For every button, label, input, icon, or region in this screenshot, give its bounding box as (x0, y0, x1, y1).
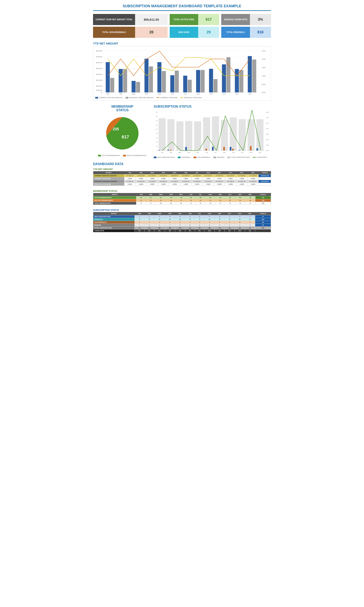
legend-py-net-color (126, 97, 129, 99)
cell: 74 (215, 227, 224, 229)
th-month: MONTH (93, 212, 135, 215)
legend-cy-net-label: CURRENT YEAR NET AMOUNT (99, 97, 123, 99)
legend-pending-label: PENDING (217, 156, 224, 158)
svg-rect-70 (221, 120, 228, 151)
cell: 70 (225, 202, 235, 205)
cell: 20 (215, 199, 225, 202)
th-feb: FEB (144, 212, 154, 215)
svg-text:1.50%: 1.50% (262, 67, 266, 68)
svg-text:50: 50 (156, 129, 157, 130)
cell: $ 2,500.00 (124, 180, 135, 183)
ytd-chart-legend: CURRENT YEAR NET AMOUNT PREVIOUS YEAR NE… (95, 97, 269, 99)
th-nov: NOV (236, 171, 247, 174)
th-totals: TOTALS (255, 193, 271, 196)
svg-text:0.50%: 0.50% (262, 84, 266, 85)
svg-text:2.50%: 2.50% (262, 50, 266, 52)
th-nov: NOV (235, 193, 245, 196)
th-jul: JUL (196, 193, 205, 196)
bar-aug-py (201, 70, 205, 92)
cell: 1.50% (203, 177, 214, 180)
cell: $ 2,567.00 (214, 180, 225, 183)
bar-jun-py (175, 71, 179, 92)
cell: 56 (186, 196, 196, 199)
svg-text:1.0%: 1.0% (266, 128, 269, 129)
bar-feb-cy (119, 69, 123, 92)
th-aug: AUG (203, 171, 214, 174)
kpi-new-subs: NEW SUBS 29 (170, 27, 220, 38)
cell: 0 (135, 221, 144, 224)
cell: 70 (224, 218, 234, 221)
cell: 2.00% (135, 177, 147, 180)
legend-non-renewals-label: NON-RENEWALS (197, 156, 210, 158)
legend-new-subs-color (154, 157, 156, 158)
svg-text:40: 40 (156, 133, 157, 134)
cell: $ 3,300.00 (180, 174, 191, 177)
cell: $ 4,321.00 (236, 180, 247, 183)
kpi-total-active: TOTAL ACTIVE SUBS 617 (170, 14, 220, 25)
subscription-table-title: SUBSCRIPTION STATUS (93, 209, 271, 211)
cell: 58 (205, 196, 215, 199)
th-apr: APR (165, 212, 175, 215)
svg-text:0.6%: 0.6% (266, 139, 269, 140)
cell: 0 (175, 215, 185, 218)
cell: 0 (195, 221, 205, 224)
kpi-current-year: CURRENT YEAR NET AMOUNT TOTAL $56,611.00 (93, 14, 168, 25)
cell: 72 (136, 202, 146, 205)
svg-rect-78 (185, 147, 187, 151)
cell: $ 7,000.00 (247, 174, 259, 177)
th-oct: OCT (225, 171, 236, 174)
cell: 0 (144, 224, 154, 227)
cell: 70 (235, 202, 245, 205)
svg-rect-95 (232, 149, 234, 151)
table-row: PREVIOUS YEAR NET AMOUNT $ 2,500.00 $ 4,… (93, 180, 271, 183)
membership-data-section: MEMBERSHIP STATUS MONTH JAN FEB MAR APR … (93, 190, 271, 205)
svg-rect-97 (250, 146, 252, 151)
th-mar: MAR (154, 212, 165, 215)
cell: $ 5,800.00 (169, 174, 180, 177)
cell: 852 (255, 202, 271, 205)
ytd-chart-title: YTD NET AMOUNT (93, 42, 271, 45)
subscription-chart-title: SUBSCRIPTION STATUS (154, 105, 271, 108)
svg-text:1.00%: 1.00% (262, 75, 266, 77)
svg-text:JUL: JUL (215, 152, 217, 153)
bar-aug-cy (196, 70, 200, 92)
cell: 0 (185, 215, 195, 218)
svg-rect-63 (158, 118, 166, 151)
legend-total-subs-label: TOTAL SUBSCRIPTIONS (231, 156, 249, 158)
cell: 76 (195, 227, 205, 229)
cell: 2 (144, 221, 154, 224)
row-label-py-mom: PREVIOUS YEAR MOM (93, 183, 124, 186)
cell: 8 (165, 215, 175, 218)
cell: $ 4,200.00 (180, 180, 191, 183)
cell: $ 2,000.00 (147, 180, 158, 183)
total-cell: 617 (255, 196, 271, 199)
cell: 22 (146, 199, 156, 202)
bar-may-py (162, 71, 166, 92)
table-row: PREVIOUS YEAR MOM 2.00% 1.00% 2.00% 1.00… (93, 183, 271, 186)
svg-rect-68 (203, 117, 210, 151)
bar-jul-py (188, 80, 192, 92)
svg-rect-65 (176, 121, 183, 151)
cell: $ 4,321.00 (203, 174, 214, 177)
svg-rect-67 (194, 121, 201, 151)
bar-may-cy (157, 62, 161, 92)
svg-text:$6,000.00: $6,000.00 (96, 62, 102, 63)
total-cell: 818 (255, 218, 271, 221)
svg-text:$1,000.00: $1,000.00 (96, 90, 102, 91)
cell: 65 (175, 218, 185, 221)
cell: 8 (215, 215, 224, 218)
cell (259, 183, 271, 186)
cell: 8 (204, 221, 215, 224)
membership-pie-chart: 617 235 (102, 113, 143, 154)
cell: 2.00% (214, 177, 225, 180)
th-feb: FEB (146, 193, 156, 196)
svg-rect-72 (239, 119, 246, 151)
svg-text:DEC: DEC (248, 93, 252, 95)
svg-text:MAR: MAR (179, 152, 182, 153)
cell: $ 2,200.00 (147, 174, 158, 177)
svg-text:NOV: NOV (250, 152, 252, 153)
bar-dec-cy (248, 56, 252, 92)
cell: 65 (156, 202, 166, 205)
cell: 0 (195, 224, 205, 227)
cell: 3.00% (169, 177, 180, 180)
